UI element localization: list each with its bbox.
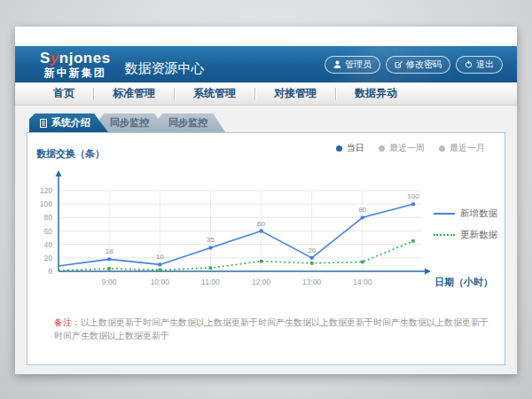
chart-y-axis-label: 数据交换（条） bbox=[36, 147, 105, 160]
edit-icon bbox=[395, 60, 403, 68]
x-tick-label: 10:00 bbox=[151, 278, 170, 286]
page-title: 数据资源中心 bbox=[125, 60, 205, 77]
radio-dot bbox=[439, 145, 445, 152]
logout-button[interactable]: 退出 bbox=[456, 56, 503, 74]
current-user-button[interactable]: 管理员 bbox=[325, 56, 380, 74]
data-point bbox=[361, 215, 364, 219]
data-point bbox=[310, 256, 314, 260]
nav-item-standard-mgmt[interactable]: 标准管理 bbox=[94, 86, 174, 101]
data-point-label: 10 bbox=[156, 253, 164, 261]
data-point bbox=[158, 269, 161, 272]
data-point bbox=[260, 260, 263, 263]
data-point bbox=[411, 202, 415, 206]
nav-item-interface-mgmt[interactable]: 对接管理 bbox=[255, 86, 335, 101]
data-point-label: 20 bbox=[308, 246, 316, 254]
x-axis-arrow bbox=[425, 269, 431, 275]
browser-page: Synjones 新中新集团 数据资源中心 管理员 修改密码 退出 bbox=[15, 27, 517, 374]
data-point-label: 18 bbox=[106, 247, 113, 255]
y-axis-arrow bbox=[56, 170, 62, 176]
data-point bbox=[107, 257, 111, 261]
data-point bbox=[411, 239, 415, 243]
data-point bbox=[208, 246, 212, 249]
footnote: 备注：以上数据更新于时间产生数据以上数据更新于时间产生数据以上数据更新于时间产生… bbox=[54, 316, 489, 342]
x-tick-label: 11:00 bbox=[201, 278, 220, 286]
chart-x-axis-label: 日期（小时） bbox=[434, 277, 493, 288]
x-tick-label: 12:00 bbox=[252, 278, 271, 286]
x-tick-label: 9:00 bbox=[102, 278, 117, 286]
document-icon bbox=[40, 119, 47, 128]
radio-label: 最近一周 bbox=[389, 142, 425, 154]
legend-label: 更新数据 bbox=[460, 229, 497, 241]
tab-label: 同步监控 bbox=[110, 117, 149, 128]
tab-strip: 系统介绍 同步监控 同步监控 bbox=[29, 113, 225, 132]
y-tick-label: 120 bbox=[40, 186, 52, 195]
data-point bbox=[361, 261, 364, 264]
legend-label: 新增数据 bbox=[460, 207, 497, 220]
logo-text: S bbox=[40, 50, 51, 66]
footnote-text: 以上数据更新于时间产生数据以上数据更新于时间产生数据以上数据更新于时间产生数据以… bbox=[54, 317, 489, 340]
tab-sync-monitor-2[interactable]: 同步监控 bbox=[158, 113, 225, 132]
logo-text: njones bbox=[59, 50, 111, 66]
y-tick-label: 60 bbox=[44, 227, 53, 236]
logo-wordmark: Synjones bbox=[40, 51, 111, 66]
change-password-label: 修改密码 bbox=[406, 59, 442, 71]
tab-label: 系统介绍 bbox=[51, 113, 90, 132]
radio-today[interactable]: 当日 bbox=[336, 142, 364, 154]
data-point bbox=[158, 262, 161, 266]
x-tick-label: 14:00 bbox=[353, 278, 372, 286]
power-icon bbox=[465, 60, 473, 68]
radio-dot bbox=[379, 145, 385, 152]
y-tick-label: 100 bbox=[40, 200, 52, 208]
data-point bbox=[259, 229, 262, 232]
radio-dot bbox=[336, 145, 342, 152]
time-range-filter: 当日 最近一周 最近一月 bbox=[336, 142, 485, 154]
legend-item-new-data: 新增数据 bbox=[434, 207, 497, 220]
logo-accent: y bbox=[51, 50, 59, 66]
nav-item-system-mgmt[interactable]: 系统管理 bbox=[175, 86, 254, 101]
radio-label: 当日 bbox=[347, 142, 364, 154]
header-actions: 管理员 修改密码 退出 bbox=[325, 56, 503, 74]
data-point-label: 60 bbox=[257, 220, 265, 228]
data-point bbox=[310, 262, 314, 265]
app-header: Synjones 新中新集团 数据资源中心 管理员 修改密码 退出 bbox=[15, 46, 517, 82]
data-point-label: 80 bbox=[358, 206, 366, 214]
nav-item-data-change[interactable]: 数据异动 bbox=[336, 86, 416, 101]
tab-system-intro[interactable]: 系统介绍 bbox=[29, 113, 108, 132]
logout-label: 退出 bbox=[476, 59, 494, 71]
tab-label: 同步监控 bbox=[168, 117, 207, 128]
nav-item-home[interactable]: 首页 bbox=[35, 86, 93, 101]
logo-subtitle: 新中新集团 bbox=[40, 67, 111, 78]
chart-panel: 数据交换（条） 当日 最近一周 最近一月 0204060801 bbox=[27, 132, 505, 365]
x-tick-label: 13:00 bbox=[302, 278, 322, 286]
tab-sync-monitor-1[interactable]: 同步监控 bbox=[99, 113, 167, 132]
y-tick-label: 80 bbox=[44, 213, 53, 222]
desktop-background: Synjones 新中新集团 数据资源中心 管理员 修改密码 退出 bbox=[0, 0, 532, 399]
radio-label: 最近一月 bbox=[450, 142, 485, 154]
legend-item-updated-data: 更新数据 bbox=[434, 229, 497, 241]
data-point bbox=[107, 267, 111, 270]
radio-last-week[interactable]: 最近一周 bbox=[379, 142, 425, 154]
data-point-label: 35 bbox=[207, 236, 215, 244]
current-user-label: 管理员 bbox=[345, 59, 372, 71]
data-point bbox=[209, 266, 213, 270]
company-logo: Synjones 新中新集团 bbox=[40, 51, 111, 78]
radio-last-month[interactable]: 最近一月 bbox=[439, 142, 485, 154]
y-tick-label: 20 bbox=[44, 254, 53, 262]
data-point-label: 100 bbox=[407, 192, 419, 200]
y-tick-label: 40 bbox=[44, 240, 53, 249]
content-area: 系统介绍 同步监控 同步监控 数据交换（条） 当日 最近一周 bbox=[15, 106, 517, 374]
legend-line-sample bbox=[434, 213, 455, 215]
y-tick-label: 0 bbox=[48, 267, 52, 276]
chart-legend: 新增数据 更新数据 bbox=[434, 207, 497, 250]
user-icon bbox=[333, 60, 341, 68]
series-line bbox=[59, 241, 413, 270]
legend-line-sample bbox=[434, 234, 455, 236]
change-password-button[interactable]: 修改密码 bbox=[386, 56, 450, 74]
footnote-prefix: 备注： bbox=[54, 317, 81, 327]
main-nav: 首页 标准管理 系统管理 对接管理 数据异动 bbox=[15, 82, 517, 106]
